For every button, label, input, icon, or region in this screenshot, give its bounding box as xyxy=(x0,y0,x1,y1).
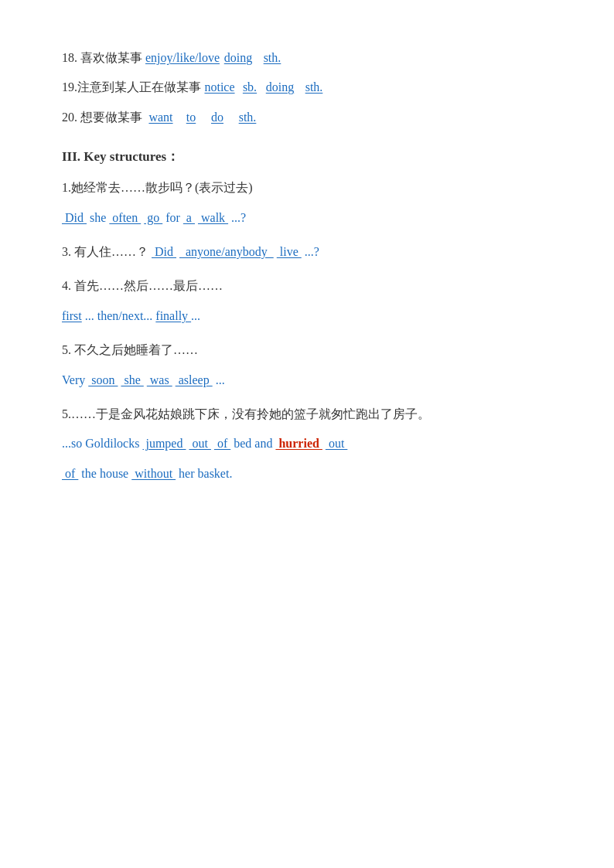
so-goldilocks: ...so Goldilocks xyxy=(62,437,142,450)
structure-1-en: Did she often go for a walk ...? xyxy=(62,206,552,230)
item-19-num: 19.注意到某人正在做某事 xyxy=(62,80,201,94)
item-19-sb: sb. xyxy=(238,76,261,99)
ellipsis-q2: ...? xyxy=(305,245,319,258)
her-basket: her basket. xyxy=(179,467,232,480)
item-20-want: want xyxy=(145,106,176,129)
structure-1: 1.她经常去……散步吗？(表示过去) Did she often go for … xyxy=(62,176,552,230)
anyoneanybody-word: anyone/anybody xyxy=(179,245,274,258)
thennext-word: then/next... xyxy=(97,309,156,322)
structure-5a: 5. 不久之后她睡着了…… Very soon she was asleep .… xyxy=(62,339,552,392)
was-word: was xyxy=(147,373,172,386)
section-heading: III. Key structures： xyxy=(62,148,552,165)
structure-3: 3. 有人住……？ Did anyone/anybody live ...? xyxy=(62,240,552,264)
item-20-sth: sth. xyxy=(232,106,263,129)
she2-word: she xyxy=(121,373,143,386)
structure-1-zh: 1.她经常去……散步吗？(表示过去) xyxy=(62,176,552,199)
ellipsis-q: ...? xyxy=(231,211,246,224)
structure-4-zh: 4. 首先……然后……最后…… xyxy=(62,274,552,298)
structure-4: 4. 首先……然后……最后…… first ... then/next... f… xyxy=(62,274,552,328)
item-18-sth: sth. xyxy=(257,46,288,70)
did2-word: Did xyxy=(152,245,176,258)
item-20-do: do xyxy=(206,106,229,129)
structure-4-en: first ... then/next... finally ... xyxy=(62,305,552,328)
structure-3-zh: 3. 有人住……？ Did anyone/anybody live ...? xyxy=(62,240,552,264)
jumped-word: jumped xyxy=(142,437,186,450)
item-18-doing: doing xyxy=(223,46,254,70)
structure-5b-en-line2: of the house without her basket. xyxy=(62,462,552,485)
structure-5a-en: Very soon she was asleep ... xyxy=(62,369,552,392)
finally-word: finally xyxy=(155,309,191,322)
item-18-enjoy: enjoy/like/love xyxy=(145,46,220,70)
hurried-word: hurried xyxy=(275,437,322,450)
item-19-sth: sth. xyxy=(298,76,329,99)
structure-5b: 5.……于是金风花姑娘跳下床，没有拎她的篮子就匆忙跑出了房子。 ...so Go… xyxy=(62,403,552,485)
dots1: ... xyxy=(85,309,97,322)
item-20-num: 20. 想要做某事 xyxy=(62,111,142,124)
structure-5a-zh: 5. 不久之后她睡着了…… xyxy=(62,339,552,362)
live-word: live xyxy=(277,245,302,258)
go-word: go xyxy=(144,211,162,224)
of-word: of xyxy=(214,437,230,450)
page-content: 18. 喜欢做某事 enjoy/like/love doing sth. 19.… xyxy=(62,46,552,485)
she-word: she xyxy=(90,211,109,224)
structure-5b-en-line1: ...so Goldilocks jumped out of bed and h… xyxy=(62,432,552,455)
item-19-doing: doing xyxy=(264,76,295,99)
a-word: a xyxy=(183,211,195,224)
dots3: ... xyxy=(216,373,225,386)
soon-word: soon xyxy=(88,373,118,386)
of2-word: of xyxy=(62,467,78,480)
item-19: 19.注意到某人正在做某事 notice sb. doing sth. xyxy=(62,76,552,99)
item-18: 18. 喜欢做某事 enjoy/like/love doing sth. xyxy=(62,46,552,70)
did-word: Did xyxy=(62,211,87,224)
asleep-word: asleep xyxy=(176,373,213,386)
bed-and: bed and xyxy=(234,437,275,450)
without-word: without xyxy=(131,467,176,480)
structure-5b-zh: 5.……于是金风花姑娘跳下床，没有拎她的篮子就匆忙跑出了房子。 xyxy=(62,403,552,426)
walk-word: walk xyxy=(198,211,228,224)
item-19-notice: notice xyxy=(204,76,235,99)
item-18-num: 18. 喜欢做某事 xyxy=(62,51,142,64)
for-word: for xyxy=(165,211,183,224)
dots2: ... xyxy=(191,309,200,322)
very-word: Very xyxy=(62,373,88,386)
out2-word: out xyxy=(326,437,347,450)
the-house: the house xyxy=(81,467,131,480)
first-word: first xyxy=(62,309,82,322)
often-word: often xyxy=(109,211,141,224)
items-section: 18. 喜欢做某事 enjoy/like/love doing sth. 19.… xyxy=(62,46,552,129)
out-word: out xyxy=(189,437,210,450)
item-20: 20. 想要做某事 want to do sth. xyxy=(62,106,552,129)
item-20-to: to xyxy=(179,106,203,129)
